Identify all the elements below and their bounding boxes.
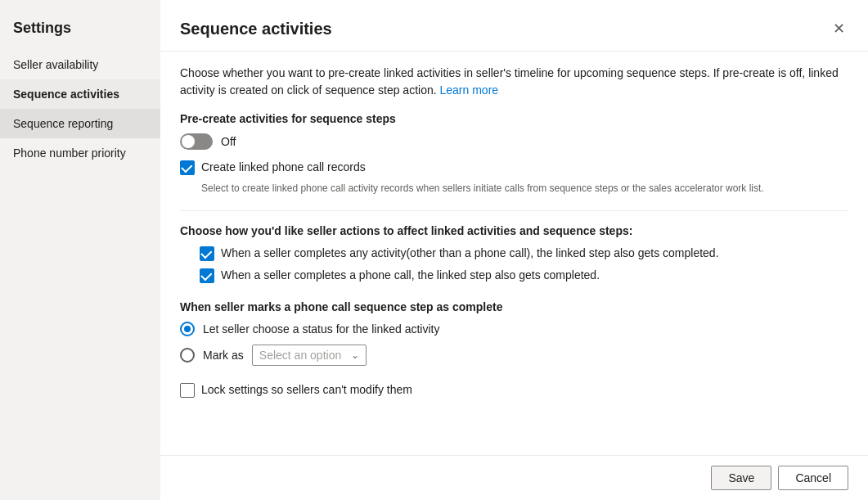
close-button[interactable]: ✕ [830,16,848,41]
choose-section: Choose how you'd like seller actions to … [180,224,848,284]
checkbox-row-2: When a seller completes a phone call, th… [200,268,848,284]
phone-call-section: When seller marks a phone call sequence … [180,300,848,366]
panel-title: Sequence activities [180,20,332,38]
checkbox-1[interactable] [200,246,214,261]
toggle-thumb [182,135,195,148]
create-linked-subtext: Select to create linked phone call activ… [180,182,848,194]
choose-checkboxes: When a seller completes any activity(oth… [180,245,848,284]
cancel-button[interactable]: Cancel [778,466,848,490]
pre-create-label: Pre-create activities for sequence steps [180,112,848,125]
checkbox-1-label: When a seller completes any activity(oth… [221,245,719,262]
panel-header: Sequence activities ✕ [160,0,868,52]
toggle-row: Off [180,133,848,150]
learn-more-link[interactable]: Learn more [440,83,499,97]
main-panel: Sequence activities ✕ Choose whether you… [160,0,868,500]
create-linked-checkbox[interactable] [180,160,195,175]
create-linked-label: Create linked phone call records [201,160,366,176]
lock-checkbox-row: Lock settings so sellers can't modify th… [180,382,848,399]
radio-label-1: Let seller choose a status for the linke… [203,322,439,336]
pre-create-section: Pre-create activities for sequence steps… [180,112,848,194]
radio-button-2[interactable] [180,348,195,363]
create-linked-checkbox-row: Create linked phone call records [180,160,848,176]
checkbox-2-label: When a seller completes a phone call, th… [221,268,600,284]
mark-as-dropdown[interactable]: Select an option ⌄ [252,345,367,366]
sidebar-item-sequence-reporting[interactable]: Sequence reporting [0,109,160,138]
panel-body: Choose whether you want to pre-create li… [160,52,868,455]
radio-row-2: Mark as Select an option ⌄ [180,345,848,366]
chevron-down-icon: ⌄ [351,349,359,361]
checkbox-row-1: When a seller completes any activity(oth… [200,245,848,262]
sidebar-item-seller-availability[interactable]: Seller availability [0,50,160,79]
save-button[interactable]: Save [711,466,771,490]
settings-title: Settings [0,13,160,50]
toggle-label: Off [221,135,236,148]
pre-create-toggle[interactable] [180,133,213,150]
lock-checkbox[interactable] [180,383,195,398]
radio-label-2: Mark as [203,349,244,362]
create-linked-checkbox-text-wrapper: Create linked phone call records [201,160,366,176]
divider-1 [180,210,848,211]
description-text: Choose whether you want to pre-create li… [180,65,848,99]
checkbox-2[interactable] [200,268,214,283]
sidebar: Settings Seller availability Sequence ac… [0,0,160,500]
toggle-track [180,133,213,150]
choose-label: Choose how you'd like seller actions to … [180,224,848,237]
lock-checkbox-label: Lock settings so sellers can't modify th… [201,382,412,399]
dropdown-placeholder: Select an option [259,349,341,362]
radio-button-1[interactable] [180,322,195,336]
sidebar-item-phone-number-priority[interactable]: Phone number priority [0,138,160,168]
radio-row-1: Let seller choose a status for the linke… [180,322,848,336]
phone-call-label: When seller marks a phone call sequence … [180,300,848,313]
panel-footer: Save Cancel [160,455,868,500]
sidebar-item-sequence-activities[interactable]: Sequence activities [0,79,160,109]
